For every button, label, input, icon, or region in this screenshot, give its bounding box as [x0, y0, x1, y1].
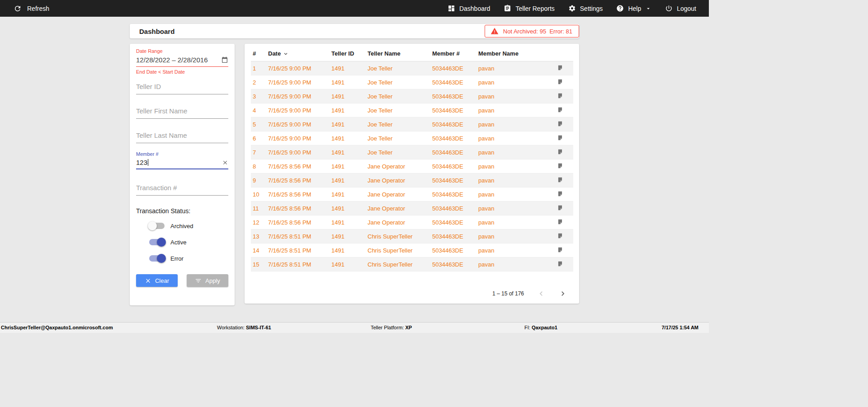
column-header-num[interactable]: # [251, 46, 266, 61]
nav-item-settings[interactable]: Settings [568, 5, 603, 12]
cell-member-name: pavan [476, 117, 547, 131]
cell-member-number: 5034463DE [430, 131, 476, 145]
toggle-error[interactable]: Error [149, 253, 228, 263]
note-icon[interactable] [557, 233, 563, 239]
cell-teller-name: Joe Teller [366, 61, 430, 75]
fi-label: FI: [524, 325, 530, 330]
nav-label: Dashboard [459, 5, 491, 12]
table-row[interactable]: 14 7/16/25 8:51 PM 1491 Chris SuperTelle… [251, 243, 573, 257]
column-header-member[interactable]: Member # [430, 46, 476, 61]
teller-last-name-input[interactable] [136, 131, 228, 143]
cell-member-name: pavan [476, 103, 547, 117]
cell-row-number: 3 [251, 89, 266, 103]
workstation-value: SIMS-IT-61 [246, 325, 271, 330]
refresh-button[interactable]: Refresh [14, 5, 49, 13]
member-number-field[interactable]: Member # 123 [136, 151, 228, 169]
column-header-teller-name[interactable]: Teller Name [366, 46, 430, 61]
member-number-value: 123 [136, 159, 147, 166]
note-icon[interactable] [557, 177, 563, 183]
active-switch[interactable] [149, 239, 165, 245]
table-row[interactable]: 13 7/16/25 8:51 PM 1491 Chris SuperTelle… [251, 229, 573, 243]
note-icon[interactable] [557, 135, 563, 141]
table-row[interactable]: 9 7/16/25 8:56 PM 1491 Jane Operator 503… [251, 173, 573, 187]
prev-page-button[interactable] [537, 289, 546, 298]
calendar-icon[interactable] [221, 56, 228, 64]
note-icon[interactable] [557, 65, 563, 71]
table-row[interactable]: 12 7/16/25 8:56 PM 1491 Jane Operator 50… [251, 215, 573, 229]
cell-note [547, 75, 573, 89]
transaction-number-input[interactable] [136, 183, 228, 196]
workstation-status: Workstation: SIMS-IT-61 [217, 325, 271, 330]
cell-teller-name: Joe Teller [366, 75, 430, 89]
note-icon[interactable] [557, 79, 563, 85]
note-icon[interactable] [557, 93, 563, 99]
cell-teller-id: 1491 [330, 159, 366, 173]
column-header-member-name[interactable]: Member Name [476, 46, 547, 61]
workstation-label: Workstation: [217, 325, 245, 330]
toggle-archived[interactable]: Archived [149, 221, 228, 231]
date-range-label: Date Range [136, 48, 228, 54]
apply-button[interactable]: Apply [187, 274, 228, 287]
note-icon[interactable] [557, 121, 563, 127]
status-timestamp: 7/17/25 1:54 AM [661, 325, 698, 330]
cell-note [547, 145, 573, 159]
teller-first-name-input[interactable] [136, 106, 228, 119]
nav-label: Teller Reports [515, 5, 554, 12]
archived-switch[interactable] [149, 223, 165, 229]
column-header-teller-id[interactable]: Teller ID [330, 46, 366, 61]
cell-teller-id: 1491 [330, 243, 366, 257]
cell-row-number: 15 [251, 257, 266, 271]
date-range-field[interactable]: Date Range 12/28/2022 – 2/28/2016 [136, 48, 228, 67]
note-icon[interactable] [557, 191, 563, 197]
note-icon[interactable] [557, 261, 563, 267]
cell-member-name: pavan [476, 201, 547, 215]
member-number-label: Member # [136, 151, 228, 157]
table-row[interactable]: 3 7/16/25 9:00 PM 1491 Joe Teller 503446… [251, 89, 573, 103]
topbar-nav: Dashboard Teller Reports Settings Help [448, 5, 696, 12]
error-switch[interactable] [149, 255, 165, 262]
toggle-active[interactable]: Active [149, 237, 228, 247]
cell-row-number: 5 [251, 117, 266, 131]
teller-id-input[interactable] [136, 82, 228, 94]
nav-item-teller-reports[interactable]: Teller Reports [504, 5, 554, 12]
cell-date: 7/16/25 8:56 PM [266, 187, 330, 201]
note-icon[interactable] [557, 219, 563, 225]
note-icon[interactable] [557, 107, 563, 113]
cell-row-number: 9 [251, 173, 266, 187]
column-header-date[interactable]: Date [266, 46, 330, 61]
help-icon [616, 5, 624, 12]
table-row[interactable]: 1 7/16/25 9:00 PM 1491 Joe Teller 503446… [251, 61, 573, 75]
nav-item-help[interactable]: Help [616, 5, 651, 12]
power-icon [665, 5, 673, 12]
cell-teller-id: 1491 [330, 61, 366, 75]
table-row[interactable]: 7 7/16/25 9:00 PM 1491 Joe Teller 503446… [251, 145, 573, 159]
table-row[interactable]: 6 7/16/25 9:00 PM 1491 Joe Teller 503446… [251, 131, 573, 145]
table-row[interactable]: 8 7/16/25 8:56 PM 1491 Jane Operator 503… [251, 159, 573, 173]
note-icon[interactable] [557, 205, 563, 211]
dashboard-icon [448, 5, 455, 12]
cell-note [547, 159, 573, 173]
note-icon[interactable] [557, 149, 563, 155]
nav-item-dashboard[interactable]: Dashboard [448, 5, 491, 12]
clear-member-icon[interactable] [222, 159, 228, 166]
cell-note [547, 173, 573, 187]
clear-button[interactable]: Clear [136, 274, 178, 287]
refresh-icon [14, 5, 22, 13]
fi-value: Qaxpauto1 [532, 325, 557, 330]
table-row[interactable]: 11 7/16/25 8:56 PM 1491 Jane Operator 50… [251, 201, 573, 215]
cell-note [547, 117, 573, 131]
table-row[interactable]: 4 7/16/25 9:00 PM 1491 Joe Teller 503446… [251, 103, 573, 117]
table-row[interactable]: 15 7/16/25 8:51 PM 1491 Chris SuperTelle… [251, 257, 573, 271]
cell-teller-id: 1491 [330, 201, 366, 215]
note-icon[interactable] [557, 163, 563, 169]
note-icon[interactable] [557, 247, 563, 253]
table-row[interactable]: 10 7/16/25 8:56 PM 1491 Jane Operator 50… [251, 187, 573, 201]
refresh-label: Refresh [27, 5, 49, 12]
nav-item-logout[interactable]: Logout [665, 5, 696, 12]
next-page-button[interactable] [558, 289, 567, 298]
table-row[interactable]: 2 7/16/25 9:00 PM 1491 Joe Teller 503446… [251, 75, 573, 89]
cell-date: 7/16/25 9:00 PM [266, 145, 330, 159]
cell-row-number: 7 [251, 145, 266, 159]
cell-teller-id: 1491 [330, 215, 366, 229]
table-row[interactable]: 5 7/16/25 9:00 PM 1491 Joe Teller 503446… [251, 117, 573, 131]
